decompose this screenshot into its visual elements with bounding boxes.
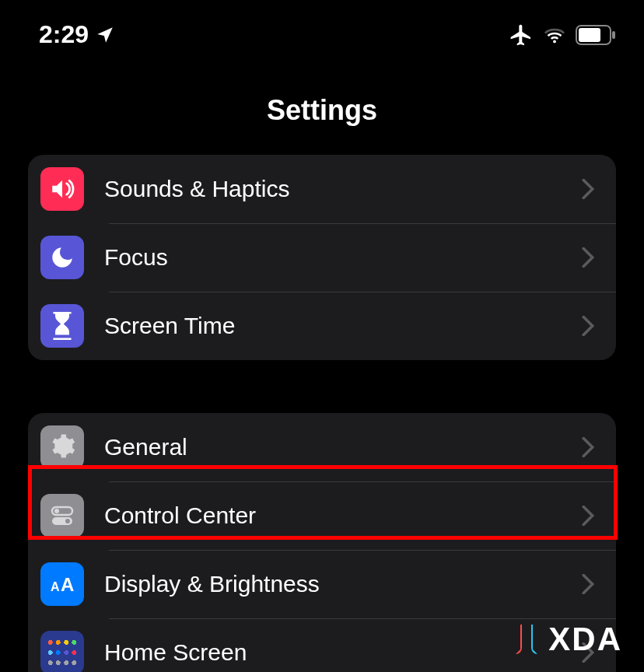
wifi-icon (543, 26, 566, 44)
svg-point-5 (54, 509, 59, 513)
page-title: Settings (0, 57, 644, 155)
settings-row-label: Screen Time (104, 313, 582, 339)
svg-rect-3 (612, 31, 615, 39)
chevron-right-icon (582, 506, 594, 526)
svg-point-0 (553, 40, 556, 43)
control-center-icon (40, 494, 84, 537)
screentime-icon (40, 304, 84, 348)
settings-row-label: Home Screen (104, 639, 582, 666)
display-icon: AA (40, 562, 84, 606)
chevron-right-icon (582, 179, 594, 199)
settings-row-label: Control Center (104, 502, 582, 529)
status-left: 2:29 (39, 20, 115, 49)
settings-row-label: Focus (104, 244, 582, 271)
settings-row-display[interactable]: AA Display & Brightness (28, 550, 616, 618)
location-arrow-icon (95, 25, 115, 45)
settings-row-label: Display & Brightness (104, 571, 582, 597)
settings-group-1: Sounds & Haptics Focus Screen Time (28, 155, 616, 360)
settings-row-focus[interactable]: Focus (28, 223, 616, 292)
chevron-right-icon (582, 247, 594, 268)
settings-row-label: Sounds & Haptics (104, 176, 582, 202)
chevron-right-icon (582, 437, 594, 457)
watermark: XDA (511, 621, 622, 658)
airplane-icon (509, 23, 534, 47)
svg-text:A: A (61, 574, 74, 595)
svg-point-7 (65, 519, 70, 523)
chevron-right-icon (582, 574, 594, 594)
sounds-icon (40, 167, 84, 211)
home-screen-icon (40, 631, 84, 672)
settings-row-screentime[interactable]: Screen Time (28, 292, 616, 360)
watermark-text: XDA (548, 621, 622, 658)
settings-row-sounds[interactable]: Sounds & Haptics (28, 155, 616, 223)
svg-rect-2 (579, 28, 600, 42)
chevron-right-icon (582, 316, 594, 336)
focus-icon (40, 236, 84, 279)
status-time: 2:29 (39, 20, 89, 49)
general-icon (40, 425, 84, 469)
settings-row-control-center[interactable]: Control Center (28, 481, 616, 550)
svg-text:A: A (51, 580, 60, 593)
status-right (509, 23, 616, 47)
settings-row-label: General (104, 434, 582, 460)
battery-icon (576, 25, 616, 45)
xda-logo-icon (511, 621, 542, 657)
settings-row-general[interactable]: General (28, 413, 616, 481)
status-bar: 2:29 (0, 0, 644, 57)
